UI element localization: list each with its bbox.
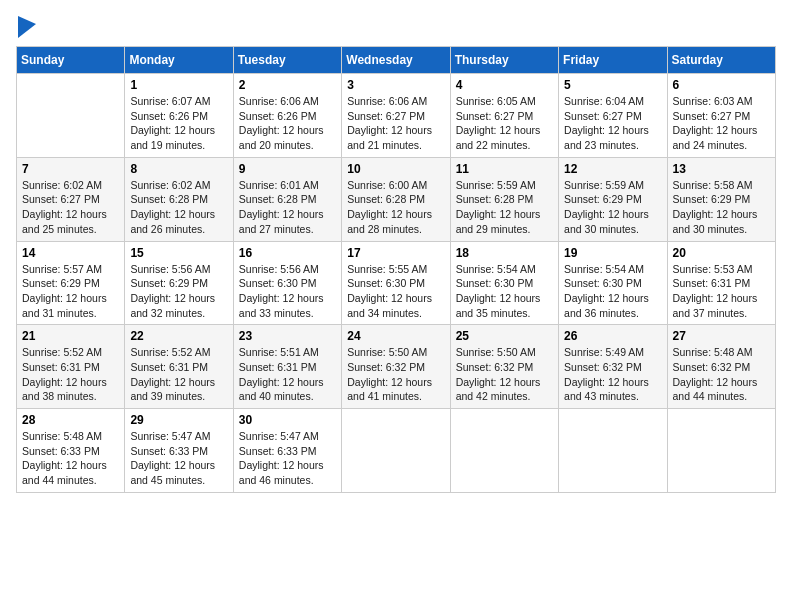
day-number: 19 (564, 246, 661, 260)
calendar-cell: 22Sunrise: 5:52 AMSunset: 6:31 PMDayligh… (125, 325, 233, 409)
calendar-header-sunday: Sunday (17, 47, 125, 74)
day-number: 27 (673, 329, 770, 343)
calendar-cell: 23Sunrise: 5:51 AMSunset: 6:31 PMDayligh… (233, 325, 341, 409)
day-number: 6 (673, 78, 770, 92)
day-number: 16 (239, 246, 336, 260)
calendar-cell: 27Sunrise: 5:48 AMSunset: 6:32 PMDayligh… (667, 325, 775, 409)
day-info: Sunrise: 6:01 AMSunset: 6:28 PMDaylight:… (239, 178, 336, 237)
calendar-table: SundayMondayTuesdayWednesdayThursdayFrid… (16, 46, 776, 493)
day-number: 15 (130, 246, 227, 260)
calendar-header-row: SundayMondayTuesdayWednesdayThursdayFrid… (17, 47, 776, 74)
day-number: 21 (22, 329, 119, 343)
calendar-cell: 20Sunrise: 5:53 AMSunset: 6:31 PMDayligh… (667, 241, 775, 325)
day-info: Sunrise: 5:55 AMSunset: 6:30 PMDaylight:… (347, 262, 444, 321)
day-info: Sunrise: 6:06 AMSunset: 6:27 PMDaylight:… (347, 94, 444, 153)
day-info: Sunrise: 5:51 AMSunset: 6:31 PMDaylight:… (239, 345, 336, 404)
calendar-cell: 6Sunrise: 6:03 AMSunset: 6:27 PMDaylight… (667, 74, 775, 158)
day-info: Sunrise: 6:03 AMSunset: 6:27 PMDaylight:… (673, 94, 770, 153)
day-number: 12 (564, 162, 661, 176)
calendar-week-row: 14Sunrise: 5:57 AMSunset: 6:29 PMDayligh… (17, 241, 776, 325)
calendar-cell (17, 74, 125, 158)
day-info: Sunrise: 5:54 AMSunset: 6:30 PMDaylight:… (564, 262, 661, 321)
day-info: Sunrise: 5:57 AMSunset: 6:29 PMDaylight:… (22, 262, 119, 321)
day-number: 23 (239, 329, 336, 343)
day-info: Sunrise: 5:58 AMSunset: 6:29 PMDaylight:… (673, 178, 770, 237)
calendar-cell: 2Sunrise: 6:06 AMSunset: 6:26 PMDaylight… (233, 74, 341, 158)
calendar-cell: 4Sunrise: 6:05 AMSunset: 6:27 PMDaylight… (450, 74, 558, 158)
day-info: Sunrise: 6:02 AMSunset: 6:28 PMDaylight:… (130, 178, 227, 237)
calendar-cell: 10Sunrise: 6:00 AMSunset: 6:28 PMDayligh… (342, 157, 450, 241)
day-number: 3 (347, 78, 444, 92)
calendar-cell (450, 409, 558, 493)
day-info: Sunrise: 6:06 AMSunset: 6:26 PMDaylight:… (239, 94, 336, 153)
day-info: Sunrise: 5:54 AMSunset: 6:30 PMDaylight:… (456, 262, 553, 321)
day-info: Sunrise: 5:48 AMSunset: 6:32 PMDaylight:… (673, 345, 770, 404)
calendar-cell: 30Sunrise: 5:47 AMSunset: 6:33 PMDayligh… (233, 409, 341, 493)
day-info: Sunrise: 6:00 AMSunset: 6:28 PMDaylight:… (347, 178, 444, 237)
day-info: Sunrise: 6:07 AMSunset: 6:26 PMDaylight:… (130, 94, 227, 153)
calendar-cell: 14Sunrise: 5:57 AMSunset: 6:29 PMDayligh… (17, 241, 125, 325)
calendar-cell (342, 409, 450, 493)
calendar-cell: 29Sunrise: 5:47 AMSunset: 6:33 PMDayligh… (125, 409, 233, 493)
calendar-cell: 15Sunrise: 5:56 AMSunset: 6:29 PMDayligh… (125, 241, 233, 325)
day-number: 28 (22, 413, 119, 427)
calendar-header-tuesday: Tuesday (233, 47, 341, 74)
day-info: Sunrise: 6:04 AMSunset: 6:27 PMDaylight:… (564, 94, 661, 153)
day-info: Sunrise: 5:47 AMSunset: 6:33 PMDaylight:… (239, 429, 336, 488)
day-number: 22 (130, 329, 227, 343)
day-number: 2 (239, 78, 336, 92)
calendar-header-thursday: Thursday (450, 47, 558, 74)
calendar-cell: 16Sunrise: 5:56 AMSunset: 6:30 PMDayligh… (233, 241, 341, 325)
day-number: 1 (130, 78, 227, 92)
calendar-cell: 3Sunrise: 6:06 AMSunset: 6:27 PMDaylight… (342, 74, 450, 158)
day-info: Sunrise: 5:53 AMSunset: 6:31 PMDaylight:… (673, 262, 770, 321)
calendar-cell: 25Sunrise: 5:50 AMSunset: 6:32 PMDayligh… (450, 325, 558, 409)
calendar-week-row: 1Sunrise: 6:07 AMSunset: 6:26 PMDaylight… (17, 74, 776, 158)
calendar-header-friday: Friday (559, 47, 667, 74)
day-number: 13 (673, 162, 770, 176)
calendar-cell: 5Sunrise: 6:04 AMSunset: 6:27 PMDaylight… (559, 74, 667, 158)
calendar-cell: 9Sunrise: 6:01 AMSunset: 6:28 PMDaylight… (233, 157, 341, 241)
calendar-week-row: 7Sunrise: 6:02 AMSunset: 6:27 PMDaylight… (17, 157, 776, 241)
day-number: 4 (456, 78, 553, 92)
calendar-cell: 18Sunrise: 5:54 AMSunset: 6:30 PMDayligh… (450, 241, 558, 325)
calendar-header-saturday: Saturday (667, 47, 775, 74)
day-number: 17 (347, 246, 444, 260)
day-number: 8 (130, 162, 227, 176)
calendar-cell: 21Sunrise: 5:52 AMSunset: 6:31 PMDayligh… (17, 325, 125, 409)
day-number: 29 (130, 413, 227, 427)
svg-marker-0 (18, 16, 36, 38)
day-number: 11 (456, 162, 553, 176)
day-number: 7 (22, 162, 119, 176)
calendar-cell: 8Sunrise: 6:02 AMSunset: 6:28 PMDaylight… (125, 157, 233, 241)
day-info: Sunrise: 5:48 AMSunset: 6:33 PMDaylight:… (22, 429, 119, 488)
calendar-header-monday: Monday (125, 47, 233, 74)
day-info: Sunrise: 5:56 AMSunset: 6:30 PMDaylight:… (239, 262, 336, 321)
calendar-cell (559, 409, 667, 493)
day-info: Sunrise: 5:47 AMSunset: 6:33 PMDaylight:… (130, 429, 227, 488)
logo (16, 16, 36, 38)
calendar-cell: 19Sunrise: 5:54 AMSunset: 6:30 PMDayligh… (559, 241, 667, 325)
day-info: Sunrise: 6:02 AMSunset: 6:27 PMDaylight:… (22, 178, 119, 237)
day-number: 14 (22, 246, 119, 260)
day-number: 24 (347, 329, 444, 343)
day-number: 26 (564, 329, 661, 343)
day-number: 10 (347, 162, 444, 176)
calendar-cell: 26Sunrise: 5:49 AMSunset: 6:32 PMDayligh… (559, 325, 667, 409)
calendar-cell (667, 409, 775, 493)
day-info: Sunrise: 5:50 AMSunset: 6:32 PMDaylight:… (456, 345, 553, 404)
calendar-cell: 17Sunrise: 5:55 AMSunset: 6:30 PMDayligh… (342, 241, 450, 325)
day-info: Sunrise: 6:05 AMSunset: 6:27 PMDaylight:… (456, 94, 553, 153)
day-number: 20 (673, 246, 770, 260)
day-number: 9 (239, 162, 336, 176)
calendar-cell: 7Sunrise: 6:02 AMSunset: 6:27 PMDaylight… (17, 157, 125, 241)
calendar-cell: 11Sunrise: 5:59 AMSunset: 6:28 PMDayligh… (450, 157, 558, 241)
day-info: Sunrise: 5:59 AMSunset: 6:28 PMDaylight:… (456, 178, 553, 237)
calendar-week-row: 28Sunrise: 5:48 AMSunset: 6:33 PMDayligh… (17, 409, 776, 493)
day-number: 5 (564, 78, 661, 92)
day-info: Sunrise: 5:52 AMSunset: 6:31 PMDaylight:… (22, 345, 119, 404)
day-info: Sunrise: 5:59 AMSunset: 6:29 PMDaylight:… (564, 178, 661, 237)
calendar-cell: 28Sunrise: 5:48 AMSunset: 6:33 PMDayligh… (17, 409, 125, 493)
day-number: 30 (239, 413, 336, 427)
calendar-cell: 1Sunrise: 6:07 AMSunset: 6:26 PMDaylight… (125, 74, 233, 158)
